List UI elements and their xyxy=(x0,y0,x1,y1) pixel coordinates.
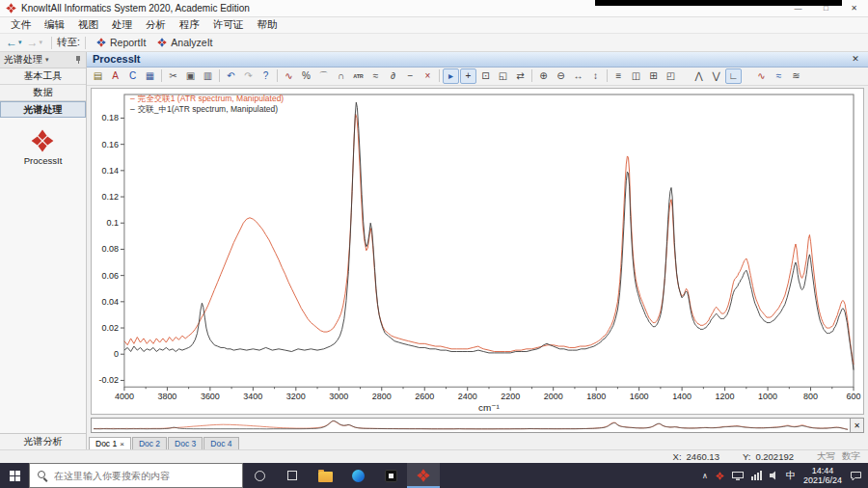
zoom-in-button[interactable]: ⊕ xyxy=(535,68,552,84)
transmittance-absorbance-button[interactable]: % xyxy=(298,68,314,84)
y-tick-label: 0.04 xyxy=(101,297,118,307)
menu-item-0[interactable]: 文件 xyxy=(4,18,38,32)
menu-item-4[interactable]: 分析 xyxy=(139,18,173,32)
windows-taskbar: ∧ 中 14:44 2021/6/24 xyxy=(0,463,868,488)
tab-doc-4[interactable]: Doc 4 xyxy=(203,437,238,449)
x-tick-label: 1000 xyxy=(758,392,777,401)
spectral-subtraction-button[interactable]: − xyxy=(402,68,419,84)
edge-button[interactable] xyxy=(341,463,374,488)
menu-item-7[interactable]: 帮助 xyxy=(251,18,285,32)
peaks-down-button[interactable]: ⋁ xyxy=(708,68,724,84)
full-scale-x-button[interactable]: ↔ xyxy=(570,68,586,84)
display-tray-icon[interactable] xyxy=(732,472,744,480)
action-center-icon[interactable] xyxy=(850,471,862,481)
back-dropdown-icon[interactable]: ▾ xyxy=(18,39,22,46)
cortana-button[interactable] xyxy=(243,463,276,488)
peaks-up-button[interactable]: ⋀ xyxy=(691,68,707,84)
derivative-button[interactable]: ∂ xyxy=(385,68,401,84)
zoom-region-button[interactable]: ⊡ xyxy=(477,68,494,84)
spectrum-chart[interactable]: 4000380036003400320030002800260024002200… xyxy=(92,89,863,414)
display-all-button[interactable]: ≋ xyxy=(788,68,804,84)
overlay-view-button[interactable]: ◫ xyxy=(628,68,644,84)
stacked-view-button[interactable]: ≡ xyxy=(610,68,627,84)
knowitall-taskbar-button[interactable] xyxy=(407,463,440,488)
spectrum-trace xyxy=(94,421,848,430)
paste-button[interactable]: ▥ xyxy=(200,68,216,84)
task-view-button[interactable] xyxy=(276,463,309,488)
cortana-icon xyxy=(255,471,265,481)
overview-close-button[interactable]: ✕ xyxy=(850,419,863,432)
annotate-c-button[interactable]: C xyxy=(124,68,141,84)
pane-selector[interactable]: 光谱处理 ▾ xyxy=(0,52,86,68)
sidebar-item-data[interactable]: 数据 xyxy=(0,85,86,101)
analyzeit-button[interactable]: AnalyzeIt xyxy=(151,36,218,49)
close-button[interactable]: ✕ xyxy=(840,0,868,16)
y-tick-label: 0.14 xyxy=(101,166,118,176)
taskbar-search[interactable] xyxy=(29,463,243,488)
overview-strip[interactable]: ✕ xyxy=(91,418,864,433)
open-file-button[interactable]: ▤ xyxy=(90,68,106,84)
analyzeit-icon xyxy=(157,38,167,47)
save-button[interactable]: ▦ xyxy=(142,68,158,84)
ime-indicator[interactable]: 中 xyxy=(786,469,796,482)
overview-spectrum[interactable] xyxy=(92,419,850,432)
media-app-button[interactable] xyxy=(374,463,407,488)
forward-dropdown-icon[interactable]: ▾ xyxy=(40,39,43,46)
display-overlay-button[interactable]: ≈ xyxy=(771,68,787,84)
sidebar-item-basic-tools[interactable]: 基本工具 xyxy=(0,68,86,85)
peak-picking-button[interactable]: ∩ xyxy=(333,68,349,84)
back-button[interactable]: ← xyxy=(5,36,18,49)
atr-correction-button[interactable]: ATR xyxy=(350,68,366,84)
zoom-out-button[interactable]: ⊖ xyxy=(553,68,569,84)
process-toolbar: ▤AC▦✂▣▥↶↷?∿%⌒∩ATR≈∂−×▸+⊡◱⇄⊕⊖↔↕≡◫⊞◰⋀⋁∟∿≈≋ xyxy=(87,68,868,87)
hidden-icons-button[interactable]: ∧ xyxy=(702,472,708,480)
menu-item-5[interactable]: 程序 xyxy=(173,18,206,32)
sidebar-item-spectral-processing[interactable]: 光谱处理 xyxy=(0,101,86,118)
menu-item-6[interactable]: 许可证 xyxy=(206,18,251,32)
reportit-button[interactable]: ReportIt xyxy=(91,36,151,49)
pan-tool-button[interactable]: ⇄ xyxy=(512,68,529,84)
grid-view-button[interactable]: ⊞ xyxy=(645,68,662,84)
delete-region-button[interactable]: × xyxy=(420,68,436,84)
baseline-correction-button[interactable]: ∿ xyxy=(281,68,297,84)
full-scale-y-button[interactable]: ↕ xyxy=(587,68,604,84)
split-view-button[interactable]: ◰ xyxy=(663,68,679,84)
processit-tool[interactable]: ProcessIt xyxy=(24,129,63,166)
search-input[interactable] xyxy=(54,471,242,481)
redo-button[interactable]: ↷ xyxy=(240,68,257,84)
region-tool-button[interactable]: ◱ xyxy=(495,68,511,84)
x-tick-label: 3800 xyxy=(157,392,176,401)
tab-doc-1[interactable]: Doc 1× xyxy=(89,437,131,449)
panel-title-bar: ProcessIt ✕ xyxy=(87,52,868,68)
menu-item-3[interactable]: 处理 xyxy=(105,18,139,32)
panel-close-button[interactable]: ✕ xyxy=(849,54,862,64)
context-help-button[interactable]: ? xyxy=(258,68,274,84)
chart-area[interactable]: 4000380036003400320030002800260024002200… xyxy=(91,88,864,415)
volume-icon[interactable] xyxy=(770,471,778,480)
normalization-button[interactable]: ≈ xyxy=(367,68,384,84)
y-tick-label: -0.02 xyxy=(98,376,118,386)
annotate-a-button[interactable]: A xyxy=(107,68,123,84)
file-explorer-button[interactable] xyxy=(309,463,341,488)
menu-item-2[interactable]: 视图 xyxy=(71,18,105,32)
show-axes-button[interactable]: ∟ xyxy=(725,68,742,84)
start-button[interactable] xyxy=(0,463,29,488)
taskbar-clock[interactable]: 14:44 2021/6/24 xyxy=(803,466,842,485)
smoothing-button[interactable]: ⌒ xyxy=(315,68,332,84)
sidebar-item-spectral-analysis[interactable]: 光谱分析 xyxy=(0,433,86,449)
screen-artifact-overlay xyxy=(595,0,842,6)
tab-doc-3[interactable]: Doc 3 xyxy=(168,437,203,449)
tab-close-icon[interactable]: × xyxy=(120,440,124,448)
crosshair-cursor-button[interactable]: + xyxy=(460,68,476,84)
menu-item-1[interactable]: 编辑 xyxy=(38,18,71,32)
display-single-button[interactable]: ∿ xyxy=(753,68,770,84)
tab-doc-2[interactable]: Doc 2 xyxy=(132,437,167,449)
network-icon[interactable] xyxy=(751,471,762,480)
undo-button[interactable]: ↶ xyxy=(223,68,239,84)
select-cursor-button[interactable]: ▸ xyxy=(443,68,459,84)
pin-icon[interactable] xyxy=(74,56,82,65)
tray-app-icon[interactable] xyxy=(716,472,724,480)
forward-button[interactable]: → xyxy=(26,36,40,49)
cut-button[interactable]: ✂ xyxy=(165,68,181,84)
copy-button[interactable]: ▣ xyxy=(182,68,199,84)
